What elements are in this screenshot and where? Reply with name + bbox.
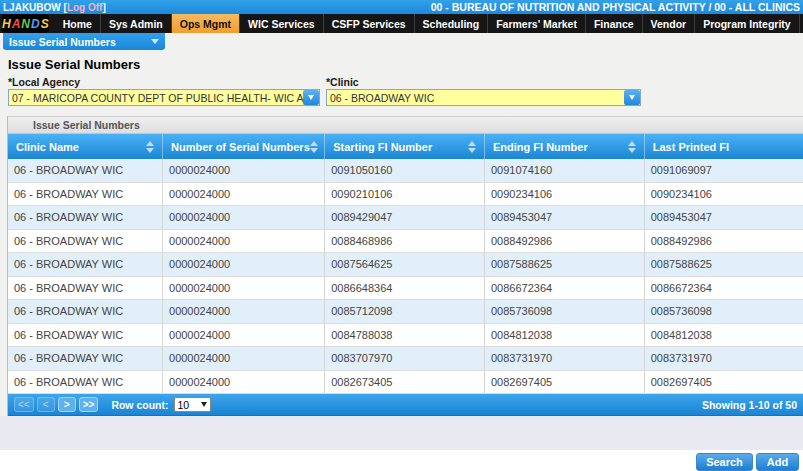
- add-button[interactable]: Add: [756, 453, 799, 471]
- filter-form: *Local Agency 07 - MARICOPA COUNTY DEPT …: [8, 74, 803, 106]
- table-row: 06 - BROADWAY WIC00000240000090210106009…: [8, 183, 803, 207]
- table-cell-last-printed-fi: 0086672364: [645, 277, 803, 300]
- table-cell-starting-fi-number: 0084788038: [325, 324, 485, 347]
- table-cell-last-printed-fi: 0083731970: [645, 347, 803, 370]
- pagination-bar: << < > >> Row count: 10 Showing 1-10 of …: [8, 394, 803, 416]
- top-bar: LJAKUBOW [Log Off] 00 - BUREAU OF NUTRIT…: [0, 0, 803, 14]
- logged-in-user: LJAKUBOW [Log Off]: [3, 2, 106, 13]
- table-cell-number-of-serial-numbers: 0000024000: [163, 347, 325, 370]
- clinic-select[interactable]: 06 - BROADWAY WIC: [326, 89, 641, 106]
- nav-tab-csfp-services[interactable]: CSFP Services: [324, 14, 415, 33]
- page-menu-selected-label: Issue Serial Numbers: [9, 36, 116, 48]
- table-cell-starting-fi-number: 0082673405: [325, 371, 485, 394]
- row-count-select[interactable]: 10: [174, 397, 211, 412]
- chevron-down-icon: [201, 402, 207, 407]
- sort-icon: [468, 141, 476, 153]
- column-header-label: Number of Serial Numbers: [171, 141, 310, 153]
- content-spacer: [0, 416, 803, 450]
- clinic-value: 06 - BROADWAY WIC: [327, 90, 624, 105]
- nav-tab-home[interactable]: Home: [55, 14, 101, 33]
- log-off-bracket-close: ]: [102, 2, 105, 13]
- prev-page-button[interactable]: <: [37, 397, 55, 412]
- logo-letter: D: [31, 17, 40, 31]
- table-row: 06 - BROADWAY WIC00000240000083707970008…: [8, 347, 803, 371]
- logo-letter: A: [12, 17, 21, 31]
- page-title: Issue Serial Numbers: [8, 57, 803, 72]
- table-cell-last-printed-fi: 0091069097: [645, 159, 803, 182]
- table-cell-clinic-name: 06 - BROADWAY WIC: [8, 324, 163, 347]
- nav-tab-ops-mgmt[interactable]: Ops Mgmt: [172, 14, 240, 33]
- table-cell-last-printed-fi: 0082697405: [645, 371, 803, 394]
- table-cell-clinic-name: 06 - BROADWAY WIC: [8, 183, 163, 206]
- table-cell-clinic-name: 06 - BROADWAY WIC: [8, 206, 163, 229]
- table-cell-starting-fi-number: 0085712098: [325, 300, 485, 323]
- table-cell-ending-fi-number: 0082697405: [485, 371, 645, 394]
- nav-tab-program-integrity[interactable]: Program Integrity: [695, 14, 800, 33]
- table-row: 06 - BROADWAY WIC00000240000082673405008…: [8, 371, 803, 395]
- table-cell-ending-fi-number: 0091074160: [485, 159, 645, 182]
- table-cell-number-of-serial-numbers: 0000024000: [163, 183, 325, 206]
- nav-tab-finance[interactable]: Finance: [586, 14, 643, 33]
- local-agency-label: *Local Agency: [8, 76, 320, 88]
- hands-logo: HANDS: [2, 14, 49, 33]
- table-cell-ending-fi-number: 0083731970: [485, 347, 645, 370]
- next-page-button[interactable]: >: [58, 397, 76, 412]
- clinic-label: *Clinic: [326, 76, 641, 88]
- sort-icon: [628, 141, 636, 153]
- table-row: 06 - BROADWAY WIC00000240000091050160009…: [8, 159, 803, 183]
- main-nav-bar: HANDS HomeSys AdminOps MgmtWIC ServicesC…: [0, 14, 803, 33]
- table-cell-clinic-name: 06 - BROADWAY WIC: [8, 347, 163, 370]
- table-cell-last-printed-fi: 0085736098: [645, 300, 803, 323]
- table-cell-ending-fi-number: 0087588625: [485, 253, 645, 276]
- nav-tab-sys-admin[interactable]: Sys Admin: [101, 14, 172, 33]
- column-header-label: Starting FI Number: [333, 141, 432, 153]
- table-cell-clinic-name: 06 - BROADWAY WIC: [8, 159, 163, 182]
- nav-tab-farmers-market[interactable]: Farmers' Market: [488, 14, 586, 33]
- chevron-down-icon: [151, 39, 159, 44]
- log-off-link[interactable]: Log Off: [67, 2, 103, 13]
- table-cell-last-printed-fi: 0084812038: [645, 324, 803, 347]
- column-header-label: Last Printed FI: [653, 141, 729, 153]
- table-row: 06 - BROADWAY WIC00000240000085712098008…: [8, 300, 803, 324]
- local-agency-select[interactable]: 07 - MARICOPA COUNTY DEPT OF PUBLIC HEAL…: [8, 89, 320, 106]
- nav-tab-wic-services[interactable]: WIC Services: [240, 14, 324, 33]
- column-header-number-of-serial-numbers[interactable]: Number of Serial Numbers: [163, 134, 325, 159]
- table-cell-ending-fi-number: 0084812038: [485, 324, 645, 347]
- table-cell-starting-fi-number: 0087564625: [325, 253, 485, 276]
- sort-icon: [310, 141, 318, 153]
- table-row: 06 - BROADWAY WIC00000240000086648364008…: [8, 277, 803, 301]
- column-header-clinic-name[interactable]: Clinic Name: [8, 134, 163, 159]
- sort-icon: [146, 141, 154, 153]
- table-cell-starting-fi-number: 0091050160: [325, 159, 485, 182]
- nav-tab-scheduling[interactable]: Scheduling: [415, 14, 489, 33]
- local-agency-field: *Local Agency 07 - MARICOPA COUNTY DEPT …: [8, 74, 320, 106]
- table-cell-clinic-name: 06 - BROADWAY WIC: [8, 230, 163, 253]
- clinic-dropdown-button[interactable]: [624, 90, 640, 105]
- nav-tabs: HomeSys AdminOps MgmtWIC ServicesCSFP Se…: [55, 14, 803, 33]
- table-cell-last-printed-fi: 0089453047: [645, 206, 803, 229]
- section-title: Issue Serial Numbers: [33, 119, 140, 131]
- results-panel: Issue Serial Numbers Clinic NameNumber o…: [7, 116, 803, 416]
- table-row: 06 - BROADWAY WIC00000240000089429047008…: [8, 206, 803, 230]
- first-page-button[interactable]: <<: [14, 397, 34, 412]
- column-header-ending-fi-number[interactable]: Ending FI Number: [485, 134, 645, 159]
- clinic-field: *Clinic 06 - BROADWAY WIC: [326, 74, 641, 106]
- table-cell-number-of-serial-numbers: 0000024000: [163, 159, 325, 182]
- table-cell-ending-fi-number: 0085736098: [485, 300, 645, 323]
- page-menu-dropdown[interactable]: Issue Serial Numbers: [3, 33, 165, 50]
- last-page-button[interactable]: >>: [79, 397, 99, 412]
- column-header-last-printed-fi[interactable]: Last Printed FI: [645, 134, 803, 159]
- table-cell-number-of-serial-numbers: 0000024000: [163, 253, 325, 276]
- local-agency-dropdown-button[interactable]: [303, 90, 319, 105]
- nav-tab-vendor[interactable]: Vendor: [643, 14, 696, 33]
- main-content: Issue Serial Numbers Issue Serial Number…: [0, 33, 803, 450]
- row-count-label: Row count:: [111, 399, 168, 411]
- table-cell-ending-fi-number: 0089453047: [485, 206, 645, 229]
- table-cell-clinic-name: 06 - BROADWAY WIC: [8, 253, 163, 276]
- table-cell-number-of-serial-numbers: 0000024000: [163, 324, 325, 347]
- local-agency-value: 07 - MARICOPA COUNTY DEPT OF PUBLIC HEAL…: [9, 90, 303, 105]
- column-header-starting-fi-number[interactable]: Starting FI Number: [325, 134, 485, 159]
- table-cell-ending-fi-number: 0086672364: [485, 277, 645, 300]
- row-count-value: 10: [178, 399, 190, 411]
- search-button[interactable]: Search: [696, 453, 753, 471]
